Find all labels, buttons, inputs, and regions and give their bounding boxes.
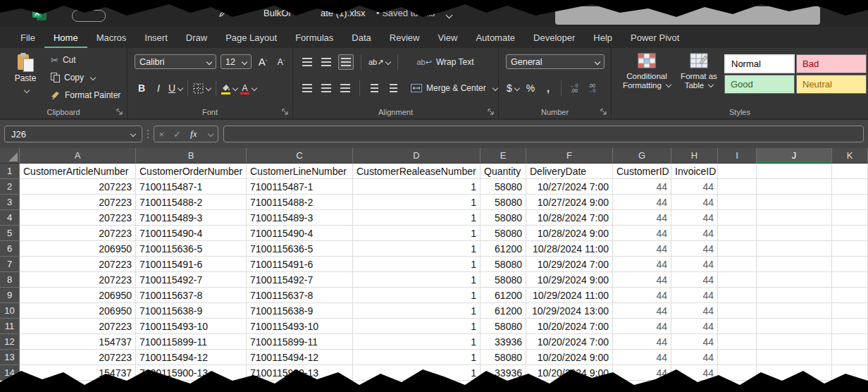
cell-E2[interactable]: 58080 [480, 179, 526, 195]
row-header-3[interactable]: 3 [0, 195, 20, 210]
cell-H1[interactable]: InvoiceID [671, 164, 718, 179]
cell-H9[interactable]: 44 [671, 288, 718, 303]
format-painter-button[interactable]: Format Painter [51, 89, 120, 102]
tab-file[interactable]: File [11, 27, 44, 48]
cell-G5[interactable]: 44 [613, 226, 671, 241]
paste-button[interactable]: Paste [8, 53, 42, 97]
cell-F7[interactable]: 10/29/2024 7:00 [526, 257, 613, 272]
align-right-button[interactable] [338, 81, 352, 95]
cell-C11[interactable]: 7100115493-10 [247, 319, 353, 334]
column-header-I[interactable]: I [718, 148, 757, 164]
cell-B10[interactable]: 7100115638-9 [136, 303, 247, 319]
cell-J12[interactable] [757, 334, 832, 350]
cell-F8[interactable]: 10/29/2024 9:00 [526, 272, 613, 288]
autosave-toggle[interactable] [72, 10, 106, 22]
cell-J13[interactable] [757, 350, 832, 365]
column-header-H[interactable]: H [671, 148, 718, 164]
decrease-decimal-button[interactable]: .00→0 [585, 81, 599, 95]
cell-C5[interactable]: 7100115490-4 [247, 226, 353, 241]
cell-I11[interactable] [718, 319, 757, 334]
cell-E13[interactable]: 58080 [480, 350, 526, 365]
merge-center-button[interactable]: Merge & Center [411, 82, 497, 94]
cell-F11[interactable]: 10/20/2024 7:00 [526, 319, 613, 334]
cell-G8[interactable]: 44 [613, 272, 671, 288]
cell-F6[interactable]: 10/28/2024 11:00 [526, 241, 613, 257]
cell-F14[interactable]: 10/20/2024 9:00 [526, 365, 613, 381]
cell-G11[interactable]: 44 [613, 319, 671, 334]
cell-F10[interactable]: 10/29/2024 13:00 [526, 303, 613, 319]
cell-B12[interactable]: 7100115899-11 [136, 334, 247, 350]
cell-I12[interactable] [718, 334, 757, 350]
row-header-10[interactable]: 10 [0, 303, 20, 319]
wrap-text-button[interactable]: ab↩ Wrap Text [416, 56, 473, 68]
confirm-entry-icon[interactable]: ✓ [173, 129, 181, 140]
cell-I6[interactable] [718, 241, 757, 257]
title-dropdown-chevron[interactable] [444, 9, 452, 22]
cell-F4[interactable]: 10/28/2024 7:00 [526, 210, 613, 226]
cell-G6[interactable]: 44 [613, 241, 671, 257]
number-dialog-launcher-icon[interactable] [600, 109, 607, 116]
cell-C4[interactable]: 7100115489-3 [247, 210, 353, 226]
cell-E4[interactable]: 58080 [480, 210, 526, 226]
cell-G1[interactable]: CustomerID [613, 164, 671, 179]
tab-help[interactable]: Help [584, 27, 621, 48]
cell-K5[interactable] [832, 226, 868, 241]
cell-B14[interactable]: 7100115900-13 [136, 365, 247, 381]
currency-format-button[interactable]: $ [506, 81, 520, 95]
cell-I2[interactable] [718, 179, 757, 195]
borders-button[interactable] [193, 81, 211, 95]
cell-C12[interactable]: 7100115899-11 [247, 334, 353, 350]
cell-H8[interactable]: 44 [671, 272, 718, 288]
cell-G7[interactable]: 44 [613, 257, 671, 272]
cell-D4[interactable]: 1 [353, 210, 480, 226]
column-header-J[interactable]: J [757, 148, 832, 164]
font-color-button[interactable]: A [240, 81, 256, 95]
cell-H14[interactable]: 44 [671, 365, 718, 381]
cell-style-good[interactable]: Good [724, 75, 795, 94]
row-header-9[interactable]: 9 [0, 288, 20, 303]
cell-I13[interactable] [718, 350, 757, 365]
cell-F12[interactable]: 10/20/2024 7:00 [526, 334, 613, 350]
insert-function-button[interactable]: fx [190, 128, 197, 140]
cell-H5[interactable]: 44 [671, 226, 718, 241]
search-box[interactable] [555, 6, 820, 25]
decrease-indent-button[interactable] [367, 81, 381, 95]
percent-format-button[interactable]: % [523, 81, 538, 95]
cell-I8[interactable] [718, 272, 757, 288]
column-header-K[interactable]: K [832, 148, 868, 164]
underline-button[interactable]: U [168, 81, 182, 95]
cell-H10[interactable]: 44 [671, 303, 718, 319]
tab-power-pivot[interactable]: Power Pivot [621, 27, 688, 48]
cell-A12[interactable]: 154737 [20, 334, 136, 350]
cell-A11[interactable]: 207223 [20, 319, 136, 334]
column-header-C[interactable]: C [247, 148, 353, 164]
cell-F2[interactable]: 10/27/2024 7:00 [526, 179, 613, 195]
cell-C2[interactable]: 7100115487-1 [247, 179, 353, 195]
cancel-entry-icon[interactable]: × [159, 129, 165, 140]
cell-J5[interactable] [757, 226, 832, 241]
cell-K2[interactable] [832, 179, 868, 195]
cell-D3[interactable]: 1 [353, 195, 480, 210]
increase-font-button[interactable]: Aˆ [256, 55, 270, 69]
cell-F9[interactable]: 10/29/2024 11:00 [526, 288, 613, 303]
cell-H6[interactable]: 44 [671, 241, 718, 257]
cell-K10[interactable] [832, 303, 868, 319]
font-name-select[interactable]: Calibri [135, 54, 216, 69]
cell-J8[interactable] [757, 272, 832, 288]
cell-E7[interactable]: 58080 [480, 257, 526, 272]
cell-H11[interactable]: 44 [671, 319, 718, 334]
cell-B8[interactable]: 7100115492-7 [136, 272, 247, 288]
fx-chevron-icon[interactable] [208, 131, 213, 137]
cell-G10[interactable]: 44 [613, 303, 671, 319]
column-header-E[interactable]: E [480, 148, 526, 164]
cell-K9[interactable] [832, 288, 868, 303]
font-dialog-launcher-icon[interactable] [282, 109, 289, 116]
cell-E1[interactable]: Quantity [480, 164, 526, 179]
cell-B1[interactable]: CustomerOrderNumber [136, 164, 247, 179]
cell-I1[interactable] [718, 164, 757, 179]
cell-A1[interactable]: CustomerArticleNumber [20, 164, 136, 179]
cell-J2[interactable] [757, 179, 832, 195]
tab-insert[interactable]: Insert [135, 27, 177, 48]
name-box[interactable]: J26 [4, 125, 142, 142]
cell-G13[interactable]: 44 [613, 350, 671, 365]
